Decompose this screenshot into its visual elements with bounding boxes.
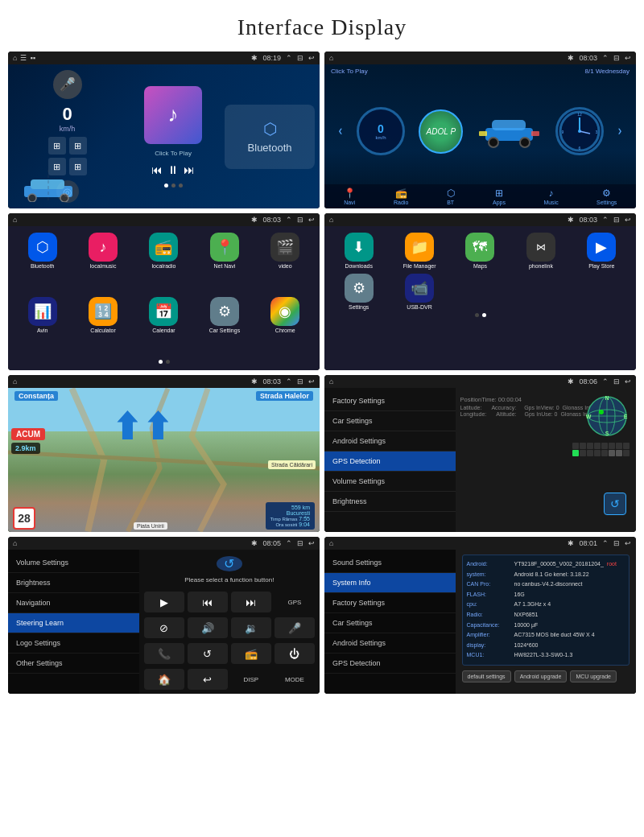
gps-refresh-btn[interactable]: ↺: [604, 493, 626, 515]
si-sound-settings[interactable]: Sound Settings: [324, 553, 456, 573]
app-filemanager[interactable]: 📁 File Manager: [391, 233, 447, 269]
home-icon-7[interactable]: ⌂: [13, 539, 17, 547]
expand-icon-7[interactable]: ⌃: [286, 539, 292, 547]
func-mode-btn[interactable]: MODE: [275, 669, 315, 690]
func-power-btn[interactable]: ⏻: [275, 643, 315, 664]
app-localmusic[interactable]: ♪ localmusic: [75, 233, 130, 292]
app-playstore[interactable]: ▶ Play Store: [574, 233, 630, 269]
app-avin[interactable]: 📊 Avin: [14, 297, 70, 357]
func-logo[interactable]: Logo Settings: [8, 633, 139, 654]
next-arrow[interactable]: ❯: [617, 128, 622, 134]
func-refresh-icon[interactable]: ↺: [217, 556, 242, 571]
func-radio-btn[interactable]: 📻: [231, 643, 271, 664]
func-play-btn[interactable]: ▶: [144, 592, 184, 612]
back-icon-7[interactable]: ↩: [308, 539, 315, 547]
app-carsettings[interactable]: ⚙ Car Settings: [196, 297, 252, 357]
func-voldown-btn[interactable]: 🔉: [231, 617, 271, 638]
grid-icon-2[interactable]: ⊞: [69, 137, 87, 155]
nav-bt[interactable]: ⬡ BT: [447, 188, 455, 205]
si-gps-detection[interactable]: GPS Detection: [324, 654, 456, 674]
back-icon[interactable]: ↩: [308, 54, 315, 62]
home-icon-4[interactable]: ⌂: [329, 216, 333, 224]
func-volume[interactable]: Volume Settings: [8, 553, 139, 573]
grid-icon-1[interactable]: ⊞: [48, 137, 66, 155]
func-back-btn[interactable]: ↺: [188, 643, 228, 664]
btn-default-settings[interactable]: default settings: [462, 670, 511, 682]
app-settings[interactable]: ⚙ Settings: [331, 274, 386, 310]
home-icon-8[interactable]: ⌂: [329, 539, 333, 547]
home-icon-6[interactable]: ⌂: [329, 377, 333, 386]
next-btn[interactable]: ⏭: [184, 163, 195, 176]
func-prev-btn[interactable]: ⏮: [188, 592, 228, 612]
expand-icon[interactable]: ⌃: [286, 54, 292, 62]
func-mute-btn[interactable]: ⊘: [144, 617, 184, 638]
app-phonelink[interactable]: ⋈ phonelink: [513, 233, 568, 269]
back-icon-6[interactable]: ↩: [625, 377, 631, 386]
func-gps-btn[interactable]: GPS: [275, 592, 315, 612]
window-icon-3[interactable]: ⊟: [297, 216, 303, 224]
home-icon[interactable]: ⌂: [13, 54, 17, 62]
expand-icon-2[interactable]: ⌃: [602, 54, 609, 62]
prev-arrow[interactable]: ❮: [338, 128, 343, 134]
expand-icon-5[interactable]: ⌃: [286, 377, 292, 386]
app-chrome[interactable]: ◉ Chrome: [258, 297, 313, 357]
home-icon-5[interactable]: ⌂: [13, 377, 17, 386]
window-icon-4[interactable]: ⊟: [613, 216, 620, 224]
func-brightness[interactable]: Brightness: [8, 573, 139, 593]
window-icon[interactable]: ⊟: [297, 54, 303, 62]
music-card[interactable]: ♪: [144, 86, 202, 144]
menu-volume-settings[interactable]: Volume Settings: [324, 472, 456, 492]
nav-music[interactable]: ♪ Music: [543, 188, 558, 205]
nav-navi[interactable]: 📍 Navi: [344, 188, 356, 205]
back-icon-8[interactable]: ↩: [625, 539, 631, 547]
func-return-btn[interactable]: ↩: [188, 669, 228, 690]
func-disp-btn[interactable]: DISP: [231, 669, 271, 690]
app-bluetooth[interactable]: ⬡ Bluetooth: [14, 233, 70, 292]
window-icon-7[interactable]: ⊟: [297, 539, 303, 547]
app-downloads[interactable]: ⬇ Downloads: [331, 233, 386, 269]
menu-gps-detection[interactable]: GPS Detection: [324, 451, 456, 472]
btn-mcu-upgrade[interactable]: MCU upgrade: [570, 670, 617, 682]
si-system-info[interactable]: System Info: [324, 573, 456, 593]
window-icon-8[interactable]: ⊟: [613, 539, 620, 547]
func-mic-btn[interactable]: 🎤: [275, 617, 315, 638]
app-usbdvr[interactable]: 📹 USB-DVR: [391, 274, 447, 310]
func-next-btn[interactable]: ⏭: [231, 592, 271, 612]
bluetooth-card[interactable]: ⬡ Bluetooth: [225, 105, 315, 169]
func-navigation[interactable]: Navigation: [8, 593, 139, 613]
click-to-play[interactable]: Click To Play: [155, 150, 192, 157]
window-icon-2[interactable]: ⊟: [613, 54, 620, 62]
menu-factory-settings[interactable]: Factory Settings: [324, 391, 456, 411]
menu-icon[interactable]: ☰: [20, 54, 27, 62]
prev-btn[interactable]: ⏮: [151, 163, 163, 176]
app-netnavi[interactable]: 📍 Net Navi: [196, 233, 252, 292]
play-btn[interactable]: ⏸: [167, 163, 179, 176]
func-home-btn[interactable]: 🏠: [144, 669, 184, 690]
expand-icon-8[interactable]: ⌃: [602, 539, 609, 547]
si-android-settings[interactable]: Android Settings: [324, 633, 456, 654]
back-icon-2[interactable]: ↩: [625, 54, 631, 62]
app-calendar[interactable]: 📅 Calendar: [136, 297, 192, 357]
app-localradio[interactable]: 📻 localradio: [136, 233, 192, 292]
menu-android-settings[interactable]: Android Settings: [324, 431, 456, 451]
menu-car-settings[interactable]: Car Settings: [324, 411, 456, 431]
window-icon-5[interactable]: ⊟: [297, 377, 303, 386]
back-icon-5[interactable]: ↩: [308, 377, 315, 386]
btn-android-upgrade[interactable]: Android upgrade: [514, 670, 568, 682]
func-phone-btn[interactable]: 📞: [144, 643, 184, 664]
mic-button[interactable]: 🎤: [53, 70, 82, 99]
menu-brightness[interactable]: Brightness: [324, 492, 456, 512]
expand-icon-3[interactable]: ⌃: [286, 216, 292, 224]
nav-radio[interactable]: 📻 Radio: [394, 188, 408, 205]
func-steering[interactable]: Steering Learn: [8, 613, 139, 633]
app-video[interactable]: 🎬 video: [258, 233, 313, 292]
si-factory-settings[interactable]: Factory Settings: [324, 593, 456, 613]
nav-apps[interactable]: ⊞ Apps: [493, 188, 506, 205]
back-icon-3[interactable]: ↩: [308, 216, 315, 224]
expand-icon-6[interactable]: ⌃: [602, 377, 609, 386]
func-volup-btn[interactable]: 🔊: [188, 617, 228, 638]
app-calculator[interactable]: 🔢 Calculator: [75, 297, 130, 357]
expand-icon-4[interactable]: ⌃: [602, 216, 609, 224]
window-icon-6[interactable]: ⊟: [613, 377, 620, 386]
back-icon-4[interactable]: ↩: [625, 216, 631, 224]
